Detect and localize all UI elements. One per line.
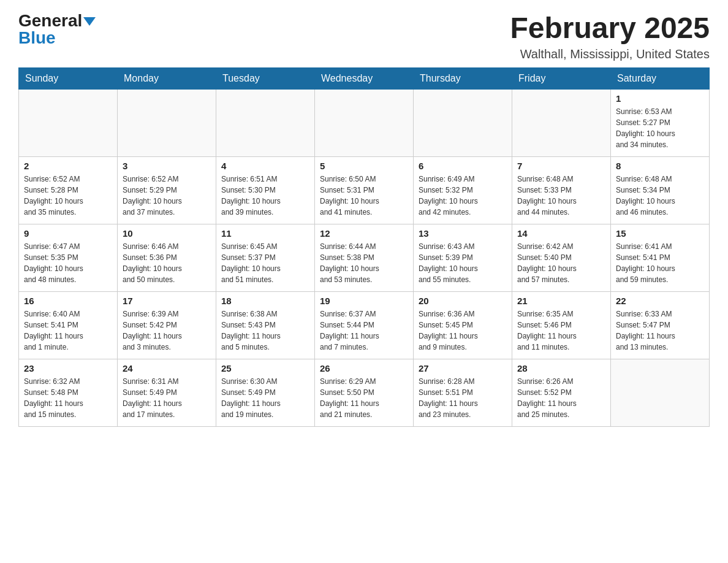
calendar-cell (512, 89, 611, 156)
calendar-cell: 18Sunrise: 6:38 AM Sunset: 5:43 PM Dayli… (216, 291, 315, 359)
day-number: 1 (616, 93, 704, 104)
calendar-cell (216, 89, 315, 156)
day-number: 25 (221, 363, 309, 373)
calendar-week-5: 23Sunrise: 6:32 AM Sunset: 5:48 PM Dayli… (19, 359, 710, 426)
day-info: Sunrise: 6:48 AM Sunset: 5:34 PM Dayligh… (616, 174, 704, 218)
day-info: Sunrise: 6:31 AM Sunset: 5:49 PM Dayligh… (123, 376, 211, 420)
calendar-cell: 3Sunrise: 6:52 AM Sunset: 5:29 PM Daylig… (118, 156, 216, 224)
day-info: Sunrise: 6:40 AM Sunset: 5:41 PM Dayligh… (24, 308, 112, 353)
day-number: 22 (616, 296, 704, 306)
weekday-header-monday: Monday (118, 67, 216, 89)
calendar-cell: 5Sunrise: 6:50 AM Sunset: 5:31 PM Daylig… (315, 156, 414, 224)
calendar-cell: 19Sunrise: 6:37 AM Sunset: 5:44 PM Dayli… (315, 291, 414, 359)
day-number: 7 (517, 161, 605, 171)
day-info: Sunrise: 6:28 AM Sunset: 5:51 PM Dayligh… (419, 376, 507, 420)
day-number: 18 (221, 296, 309, 306)
weekday-header-friday: Friday (512, 67, 611, 89)
day-number: 13 (419, 228, 507, 239)
location-title: Walthall, Mississippi, United States (510, 47, 710, 61)
logo: General Blue (18, 12, 96, 47)
day-number: 15 (616, 228, 704, 239)
calendar-cell: 9Sunrise: 6:47 AM Sunset: 5:35 PM Daylig… (19, 224, 118, 291)
calendar-cell: 27Sunrise: 6:28 AM Sunset: 5:51 PM Dayli… (414, 359, 512, 426)
weekday-header-tuesday: Tuesday (216, 67, 315, 89)
calendar-body: 1Sunrise: 6:53 AM Sunset: 5:27 PM Daylig… (19, 89, 710, 426)
calendar-header: SundayMondayTuesdayWednesdayThursdayFrid… (19, 67, 710, 89)
day-info: Sunrise: 6:52 AM Sunset: 5:28 PM Dayligh… (24, 174, 112, 218)
calendar-cell: 12Sunrise: 6:44 AM Sunset: 5:38 PM Dayli… (315, 224, 414, 291)
day-number: 2 (24, 161, 112, 171)
day-info: Sunrise: 6:35 AM Sunset: 5:46 PM Dayligh… (517, 308, 605, 353)
day-number: 19 (320, 296, 408, 306)
day-info: Sunrise: 6:53 AM Sunset: 5:27 PM Dayligh… (616, 106, 704, 150)
calendar-cell: 16Sunrise: 6:40 AM Sunset: 5:41 PM Dayli… (19, 291, 118, 359)
weekday-header-saturday: Saturday (611, 67, 710, 89)
day-number: 23 (24, 363, 112, 373)
logo-triangle-icon (83, 17, 96, 26)
day-info: Sunrise: 6:26 AM Sunset: 5:52 PM Dayligh… (517, 376, 605, 420)
day-info: Sunrise: 6:49 AM Sunset: 5:32 PM Dayligh… (419, 174, 507, 218)
day-number: 11 (221, 228, 309, 239)
calendar-cell (414, 89, 512, 156)
day-info: Sunrise: 6:30 AM Sunset: 5:49 PM Dayligh… (221, 376, 309, 420)
calendar-cell: 10Sunrise: 6:46 AM Sunset: 5:36 PM Dayli… (118, 224, 216, 291)
day-info: Sunrise: 6:50 AM Sunset: 5:31 PM Dayligh… (320, 174, 408, 218)
day-info: Sunrise: 6:41 AM Sunset: 5:41 PM Dayligh… (616, 241, 704, 285)
day-number: 17 (123, 296, 211, 306)
day-info: Sunrise: 6:38 AM Sunset: 5:43 PM Dayligh… (221, 308, 309, 353)
calendar-cell: 24Sunrise: 6:31 AM Sunset: 5:49 PM Dayli… (118, 359, 216, 426)
day-info: Sunrise: 6:29 AM Sunset: 5:50 PM Dayligh… (320, 376, 408, 420)
calendar-cell: 22Sunrise: 6:33 AM Sunset: 5:47 PM Dayli… (611, 291, 710, 359)
day-info: Sunrise: 6:37 AM Sunset: 5:44 PM Dayligh… (320, 308, 408, 353)
day-number: 14 (517, 228, 605, 239)
calendar-cell: 17Sunrise: 6:39 AM Sunset: 5:42 PM Dayli… (118, 291, 216, 359)
calendar-week-4: 16Sunrise: 6:40 AM Sunset: 5:41 PM Dayli… (19, 291, 710, 359)
day-info: Sunrise: 6:48 AM Sunset: 5:33 PM Dayligh… (517, 174, 605, 218)
day-info: Sunrise: 6:44 AM Sunset: 5:38 PM Dayligh… (320, 241, 408, 285)
day-number: 10 (123, 228, 211, 239)
calendar-cell: 26Sunrise: 6:29 AM Sunset: 5:50 PM Dayli… (315, 359, 414, 426)
calendar-cell: 1Sunrise: 6:53 AM Sunset: 5:27 PM Daylig… (611, 89, 710, 156)
day-number: 12 (320, 228, 408, 239)
title-block: February 2025 Walthall, Mississippi, Uni… (510, 12, 710, 61)
day-info: Sunrise: 6:33 AM Sunset: 5:47 PM Dayligh… (616, 308, 704, 353)
calendar-cell: 11Sunrise: 6:45 AM Sunset: 5:37 PM Dayli… (216, 224, 315, 291)
day-number: 8 (616, 161, 704, 171)
day-info: Sunrise: 6:39 AM Sunset: 5:42 PM Dayligh… (123, 308, 211, 353)
logo-blue-text: Blue (18, 28, 56, 47)
calendar-cell: 23Sunrise: 6:32 AM Sunset: 5:48 PM Dayli… (19, 359, 118, 426)
logo-general-text: General (18, 11, 82, 30)
day-number: 24 (123, 363, 211, 373)
calendar-cell: 20Sunrise: 6:36 AM Sunset: 5:45 PM Dayli… (414, 291, 512, 359)
day-info: Sunrise: 6:47 AM Sunset: 5:35 PM Dayligh… (24, 241, 112, 285)
day-number: 9 (24, 228, 112, 239)
calendar-cell (118, 89, 216, 156)
calendar-cell (315, 89, 414, 156)
day-number: 6 (419, 161, 507, 171)
calendar-cell: 28Sunrise: 6:26 AM Sunset: 5:52 PM Dayli… (512, 359, 611, 426)
day-number: 28 (517, 363, 605, 373)
calendar-cell: 14Sunrise: 6:42 AM Sunset: 5:40 PM Dayli… (512, 224, 611, 291)
weekday-header-wednesday: Wednesday (315, 67, 414, 89)
day-info: Sunrise: 6:36 AM Sunset: 5:45 PM Dayligh… (419, 308, 507, 353)
calendar-cell: 7Sunrise: 6:48 AM Sunset: 5:33 PM Daylig… (512, 156, 611, 224)
calendar-cell: 13Sunrise: 6:43 AM Sunset: 5:39 PM Dayli… (414, 224, 512, 291)
calendar-cell: 4Sunrise: 6:51 AM Sunset: 5:30 PM Daylig… (216, 156, 315, 224)
day-info: Sunrise: 6:43 AM Sunset: 5:39 PM Dayligh… (419, 241, 507, 285)
day-number: 27 (419, 363, 507, 373)
day-number: 26 (320, 363, 408, 373)
day-info: Sunrise: 6:51 AM Sunset: 5:30 PM Dayligh… (221, 174, 309, 218)
day-number: 20 (419, 296, 507, 306)
month-title: February 2025 (510, 12, 710, 45)
calendar-cell (19, 89, 118, 156)
day-number: 16 (24, 296, 112, 306)
calendar-cell: 2Sunrise: 6:52 AM Sunset: 5:28 PM Daylig… (19, 156, 118, 224)
day-number: 21 (517, 296, 605, 306)
day-info: Sunrise: 6:42 AM Sunset: 5:40 PM Dayligh… (517, 241, 605, 285)
calendar-cell: 15Sunrise: 6:41 AM Sunset: 5:41 PM Dayli… (611, 224, 710, 291)
weekday-row: SundayMondayTuesdayWednesdayThursdayFrid… (19, 67, 710, 89)
calendar-cell: 8Sunrise: 6:48 AM Sunset: 5:34 PM Daylig… (611, 156, 710, 224)
calendar-cell: 21Sunrise: 6:35 AM Sunset: 5:46 PM Dayli… (512, 291, 611, 359)
day-info: Sunrise: 6:52 AM Sunset: 5:29 PM Dayligh… (123, 174, 211, 218)
calendar-week-3: 9Sunrise: 6:47 AM Sunset: 5:35 PM Daylig… (19, 224, 710, 291)
